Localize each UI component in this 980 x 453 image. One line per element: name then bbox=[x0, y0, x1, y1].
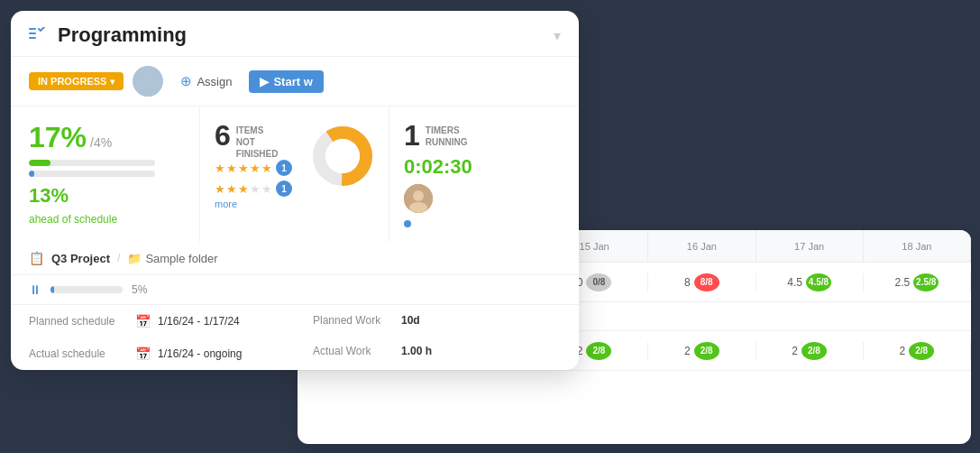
bar-track-green bbox=[29, 160, 155, 166]
progress-bar-fill bbox=[50, 286, 54, 293]
breadcrumb: 📋 Q3 Project / 📁 Sample folder bbox=[11, 242, 579, 275]
donut-chart bbox=[311, 125, 374, 188]
cell-badge: 2/8 bbox=[586, 342, 611, 360]
actual-schedule-label: Actual schedule bbox=[29, 347, 128, 360]
star-icon: ★ bbox=[215, 182, 225, 196]
table-header-dates: 15 Jan 16 Jan 17 Jan 18 Jan bbox=[541, 230, 971, 263]
cell: 2 2/8 bbox=[648, 342, 756, 360]
folder-name: Sample folder bbox=[145, 252, 217, 265]
cell-badge: 8/8 bbox=[694, 273, 719, 291]
timers-header: 1 TIMERS RUNNING bbox=[404, 121, 564, 150]
work-col: Planned Work 10d Actual Work 1.00 h bbox=[295, 305, 579, 370]
svg-rect-0 bbox=[29, 28, 36, 30]
separator: / bbox=[117, 252, 120, 264]
ahead-label: ahead of schedule bbox=[29, 213, 181, 226]
project-name: Q3 Project bbox=[51, 252, 110, 265]
cell-badge: 2/8 bbox=[909, 342, 934, 360]
items-label: ITEMS NOT FINISHED bbox=[236, 121, 295, 160]
status-label: IN PROGRESS bbox=[38, 76, 106, 87]
start-label: Start w bbox=[273, 75, 312, 88]
folder-breadcrumb: 📁 Sample folder bbox=[127, 252, 217, 265]
actual-schedule-date: 1/16/24 - ongoing bbox=[158, 347, 242, 360]
play-icon: ▶ bbox=[260, 75, 269, 88]
bar-fill-green bbox=[29, 160, 50, 166]
avatar bbox=[133, 66, 163, 97]
chevron-down-icon[interactable]: ▾ bbox=[554, 27, 561, 44]
status-badge[interactable]: IN PROGRESS ▾ bbox=[29, 72, 124, 90]
svg-point-3 bbox=[142, 72, 154, 85]
star-row-1: ★ ★ ★ ★ ★ 1 bbox=[215, 160, 295, 176]
items-panel: 6 ITEMS NOT FINISHED ★ ★ ★ ★ bbox=[200, 106, 389, 242]
timer-value: 0:02:30 bbox=[404, 155, 564, 179]
actual-work-label: Actual Work bbox=[313, 345, 394, 357]
planned-schedule-label: Planned schedule bbox=[29, 315, 128, 328]
more-link[interactable]: more bbox=[215, 199, 295, 209]
cell-badge: 4.5/8 bbox=[806, 273, 831, 291]
actual-work-value: 1.00 h bbox=[401, 345, 432, 357]
chevron-down-icon: ▾ bbox=[110, 77, 114, 87]
bar-track-blue bbox=[29, 171, 155, 177]
cell-badge: 2/8 bbox=[801, 342, 827, 360]
date-col-3: 17 Jan bbox=[756, 230, 864, 263]
card-header: Programming ▾ bbox=[11, 11, 579, 57]
cell: 2 2/8 bbox=[756, 342, 864, 360]
row-cells: 2 2/8 2 2/8 2 2/8 2 2/8 bbox=[541, 342, 971, 360]
cell-badge: 2.5/8 bbox=[913, 273, 939, 291]
stars: ★ ★ ★ ★ ★ bbox=[215, 162, 272, 175]
star-icon: ★ bbox=[238, 182, 249, 196]
row-cells: 0 0/8 8 8/8 4.5 4.5/8 2.5 2.5/8 bbox=[541, 273, 971, 291]
planned-schedule-col: Planned schedule 📅 1/16/24 - 1/17/24 Act… bbox=[11, 305, 295, 370]
cell-value: 2 bbox=[684, 345, 691, 357]
date-col-2: 16 Jan bbox=[648, 230, 756, 263]
planned-work-value: 10d bbox=[401, 314, 420, 327]
assign-button[interactable]: ⊕ Assign bbox=[172, 69, 240, 94]
svg-point-9 bbox=[413, 190, 424, 201]
count-bubble: 1 bbox=[276, 160, 292, 176]
date-col-4: 18 Jan bbox=[864, 230, 971, 263]
cell: 8 8/8 bbox=[648, 273, 756, 291]
items-count: 6 bbox=[215, 121, 231, 150]
page-title: Programming bbox=[58, 23, 545, 47]
start-button[interactable]: ▶ Start w bbox=[249, 70, 323, 93]
cell-badge: 0/8 bbox=[586, 273, 611, 291]
progress-panel: 17% /4% 13% ahead of schedule bbox=[11, 106, 200, 242]
cell-value: 2 bbox=[900, 345, 906, 357]
cell-value: 2.5 bbox=[895, 276, 911, 289]
star-row-2: ★ ★ ★ ★ ★ 1 bbox=[215, 180, 295, 197]
cell-badge: 2/8 bbox=[694, 342, 719, 360]
task-icon: 📋 bbox=[29, 251, 44, 265]
main-percentage: 17% bbox=[29, 121, 87, 154]
cell-value: 4.5 bbox=[787, 276, 802, 289]
timers-label: TIMERS RUNNING bbox=[426, 121, 468, 148]
cell-value: 8 bbox=[684, 276, 691, 289]
calendar-icon: 📅 bbox=[135, 347, 151, 361]
cell: 2.5 2.5/8 bbox=[864, 273, 971, 291]
sub-progress: 13% bbox=[29, 184, 181, 208]
cell-value: 2 bbox=[792, 345, 798, 357]
items-content: 6 ITEMS NOT FINISHED ★ ★ ★ ★ bbox=[215, 121, 295, 209]
svg-point-10 bbox=[409, 202, 427, 213]
bar-container bbox=[29, 160, 181, 177]
progress-row: ⏸ 5% bbox=[11, 275, 579, 305]
actual-work-row: Actual Work 1.00 h bbox=[295, 336, 579, 366]
secondary-percentage: /4% bbox=[90, 135, 112, 150]
planned-schedule-date: 1/16/24 - 1/17/24 bbox=[158, 315, 240, 328]
stars: ★ ★ ★ ★ ★ bbox=[215, 182, 272, 196]
assign-label: Assign bbox=[197, 75, 232, 88]
star-icon: ★ bbox=[215, 162, 225, 175]
main-card: Programming ▾ IN PROGRESS ▾ ⊕ Assign ▶ S… bbox=[11, 11, 579, 370]
card-actions: IN PROGRESS ▾ ⊕ Assign ▶ Start w bbox=[11, 57, 579, 106]
planned-work-row: Planned Work 10d bbox=[295, 305, 579, 336]
star-icon: ★ bbox=[250, 162, 261, 175]
count-bubble: 1 bbox=[276, 180, 292, 197]
progress-bar bbox=[50, 286, 123, 293]
progress-percent: 5% bbox=[132, 283, 147, 296]
actual-schedule-row: Actual schedule 📅 1/16/24 - ongoing bbox=[11, 337, 295, 370]
plus-circle-icon: ⊕ bbox=[180, 73, 192, 89]
star-icon: ★ bbox=[226, 162, 237, 175]
timer-avatar bbox=[404, 184, 433, 213]
svg-point-4 bbox=[138, 85, 158, 97]
svg-point-7 bbox=[325, 139, 360, 173]
folder-icon: 📁 bbox=[127, 252, 142, 265]
planned-schedule-row: Planned schedule 📅 1/16/24 - 1/17/24 bbox=[11, 305, 295, 337]
